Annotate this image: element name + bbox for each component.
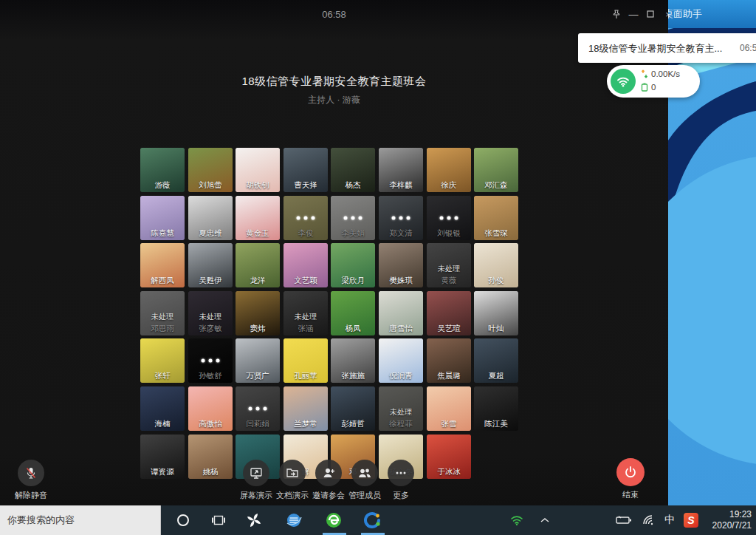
participant-tile[interactable]: 未处理张涵 <box>284 291 328 335</box>
cortana-icon[interactable] <box>168 505 198 535</box>
unprocessed-badge: 未处理 <box>379 407 423 418</box>
participant-name: 海楠 <box>140 419 185 429</box>
unprocessed-badge: 未处理 <box>427 264 471 274</box>
clock-date: 2020/7/21 <box>712 520 752 531</box>
toolbar-button-screen-share[interactable]: 屏幕演示 <box>238 460 275 501</box>
participant-tile[interactable]: 未处理张彦敏 <box>188 291 233 335</box>
browser-360-icon[interactable] <box>319 505 348 535</box>
search-input[interactable]: 你要搜索的内容 <box>0 505 161 535</box>
toolbar-button-invite[interactable]: 邀请参会 <box>310 460 347 501</box>
participant-tile[interactable]: 夏忠维 <box>188 196 233 240</box>
participant-tile[interactable]: 夏超 <box>474 338 518 383</box>
participant-tile[interactable]: 未处理徐程菲 <box>379 386 423 431</box>
participant-tile[interactable]: 唐雪怡 <box>379 291 423 335</box>
participant-tile[interactable]: 解西凤 <box>140 243 185 287</box>
participant-tile[interactable]: 海楠 <box>140 386 185 431</box>
participant-tile[interactable]: 张雪 <box>427 386 471 431</box>
participant-tile[interactable]: 高傲怡 <box>188 386 233 431</box>
participant-tile[interactable]: 兰梦常 <box>284 386 328 431</box>
participant-tile[interactable]: 陈江美 <box>474 386 518 431</box>
participant-tile[interactable]: 龙洋 <box>236 243 280 287</box>
unmute-button[interactable]: 解除静音 <box>12 460 50 501</box>
toolbar-label: 管理成员 <box>346 490 383 501</box>
participant-name: 邓思雨 <box>140 324 185 334</box>
participant-tile[interactable]: 焦晨璐 <box>427 338 471 383</box>
toolbar-button-document-share[interactable]: 文档演示 <box>274 460 311 501</box>
participant-tile[interactable]: 张轩 <box>140 338 185 383</box>
pinwheel-app-icon[interactable] <box>239 505 269 535</box>
internet-explorer-icon[interactable] <box>279 505 309 535</box>
toolbar-button-more[interactable]: 更多 <box>382 460 419 501</box>
participant-tile[interactable]: 李俊 <box>284 196 328 240</box>
participant-tile[interactable]: 闫莉娟 <box>236 386 280 431</box>
minimize-icon[interactable]: — <box>627 7 640 21</box>
tray-wifi-icon[interactable] <box>506 505 527 535</box>
participant-tile[interactable]: 孙敏舒 <box>188 338 233 383</box>
participant-tile[interactable]: 黄金玉 <box>236 196 280 240</box>
participant-tile[interactable]: 杨杰 <box>331 148 375 192</box>
participant-tile[interactable]: 李梓麒 <box>379 148 423 192</box>
participant-tile[interactable]: 李美娟 <box>331 196 375 240</box>
participant-tile[interactable]: 樊姝琪 <box>379 243 423 287</box>
end-meeting-button[interactable]: 结束 <box>611 458 650 500</box>
tray-battery-icon[interactable] <box>613 505 635 535</box>
participant-tile[interactable]: 孙俊 <box>474 243 518 287</box>
toolbar-label: 屏幕演示 <box>238 490 275 501</box>
participant-tile[interactable]: 杨凤 <box>331 291 375 335</box>
participant-tile[interactable]: 倪润青 <box>379 338 423 383</box>
participant-name: 张施施 <box>331 371 375 381</box>
tray-network-icon[interactable] <box>638 505 659 535</box>
ime-indicator[interactable]: 中 <box>660 505 679 535</box>
participant-name: 李美娟 <box>331 228 375 239</box>
participant-tile[interactable]: 梁欣月 <box>331 243 375 287</box>
loading-dots-icon <box>344 217 362 220</box>
participant-tile[interactable]: 吴甦伊 <box>188 243 233 287</box>
task-view-icon[interactable] <box>204 505 233 535</box>
participant-tile[interactable]: 未处理邓思雨 <box>140 291 185 335</box>
meeting-notification[interactable]: 18级信管专业暑期安全教育主... 06:58 <box>578 33 756 63</box>
participant-tile[interactable]: 邓汇森 <box>474 148 518 192</box>
tray-chevron-up-icon[interactable] <box>535 505 555 535</box>
participant-name: 黄薇 <box>427 276 471 286</box>
participant-tile[interactable]: 游薇 <box>140 148 185 192</box>
participant-name: 梁欣月 <box>331 276 375 286</box>
participant-tile[interactable]: 叶灿 <box>474 291 518 335</box>
network-speed-widget[interactable]: 0.00K/s 0 <box>607 65 700 98</box>
participant-tile[interactable]: 陈嘉慧 <box>140 196 185 240</box>
qq-browser-icon[interactable] <box>357 505 387 535</box>
participant-tile[interactable]: 未处理黄薇 <box>427 243 471 287</box>
unmute-label: 解除静音 <box>12 490 50 501</box>
participant-tile[interactable]: 张雪琛 <box>474 196 518 240</box>
power-icon <box>616 458 645 486</box>
pin-icon[interactable] <box>610 7 623 21</box>
participant-tile[interactable]: 胡铁钊 <box>236 148 280 192</box>
toolbar-label: 文档演示 <box>274 490 311 501</box>
participant-name: 徐程菲 <box>379 419 423 429</box>
unprocessed-badge: 未处理 <box>188 312 233 322</box>
net-count-value: 0 <box>651 83 656 92</box>
toolbar-button-members[interactable]: 管理成员 <box>346 460 383 501</box>
participant-tile[interactable]: 孔丽苹 <box>284 338 328 383</box>
participant-tile[interactable]: 姚杨 <box>188 435 233 479</box>
taskbar-clock[interactable]: 19:23 2020/7/21 <box>712 509 752 531</box>
participant-name: 唐雪怡 <box>379 324 423 334</box>
participant-tile[interactable]: 于冰冰 <box>427 435 471 479</box>
desktop-assistant-bar[interactable]: 桌面助手 <box>668 0 756 28</box>
participant-tile[interactable]: 刘银银 <box>427 196 471 240</box>
participant-tile[interactable]: 吴艺瑄 <box>427 291 471 335</box>
participant-tile[interactable]: 刘旭蕾 <box>188 148 233 192</box>
participant-tile[interactable]: 彭婧哲 <box>331 386 375 431</box>
participant-tile[interactable]: 窦炜 <box>236 291 280 335</box>
participant-tile[interactable]: 张施施 <box>331 338 375 383</box>
participant-tile[interactable]: 文艺颖 <box>284 243 328 287</box>
participant-tile[interactable]: 曹天择 <box>284 148 328 192</box>
sogou-input-icon[interactable]: S <box>681 505 701 535</box>
meeting-titlebar: 06:58 — × <box>0 0 668 28</box>
participant-tile[interactable]: 郑文清 <box>379 196 423 240</box>
maximize-icon[interactable] <box>644 7 657 21</box>
more-icon <box>388 460 414 486</box>
participant-tile[interactable]: 谭资源 <box>140 435 185 479</box>
net-speed-value: 0.00K/s <box>651 69 680 78</box>
participant-tile[interactable]: 万贤广 <box>236 338 280 383</box>
participant-tile[interactable]: 徐庆 <box>427 148 471 192</box>
